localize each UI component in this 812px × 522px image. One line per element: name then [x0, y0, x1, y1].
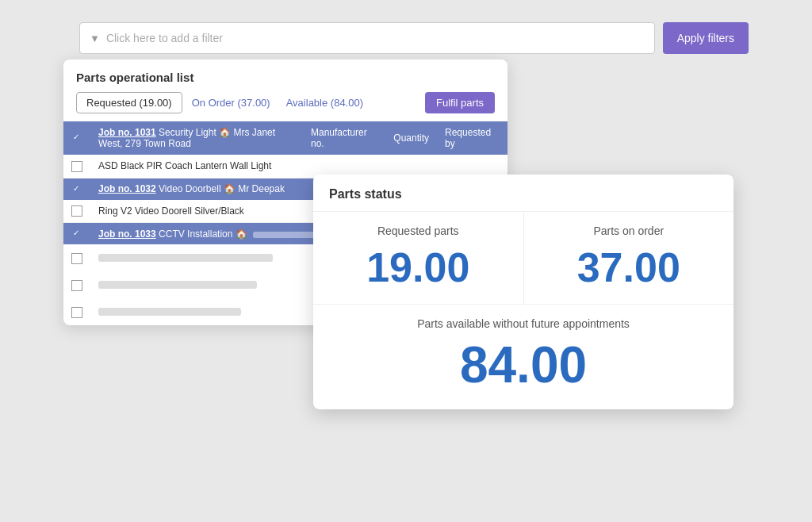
table-header-job1031: Job no. 1031 Security Light 🏠 Mrs Janet … [63, 121, 508, 155]
available-parts-label: Parts available without future appointme… [329, 317, 718, 330]
requested-parts-value: 19.00 [329, 247, 508, 288]
filter-icon: ▼ [90, 33, 100, 44]
tab-requested[interactable]: Requested (19.00) [76, 92, 182, 113]
tab-on-order[interactable]: On Order (37.00) [186, 93, 277, 113]
checkbox-job1033[interactable] [71, 228, 82, 240]
apply-filters-button[interactable]: Apply filters [663, 22, 749, 54]
status-panel-title: Parts status [313, 175, 733, 211]
available-parts-section: Parts available without future appointme… [313, 304, 733, 409]
filter-placeholder: Click here to add a filter [106, 32, 223, 44]
status-top-row: Requested parts 19.00 Parts on order 37.… [313, 211, 733, 304]
available-parts-value: 84.00 [329, 340, 718, 390]
fulfil-parts-button[interactable]: Fulfil parts [425, 92, 495, 113]
checkbox-placeholder1[interactable] [71, 253, 82, 264]
checkbox-job1032[interactable] [71, 184, 82, 195]
tabs-row: Requested (19.00) On Order (37.00) Avail… [63, 92, 508, 121]
checkbox-item2[interactable] [71, 205, 82, 217]
job-1032-link[interactable]: Job no. 1032 [98, 183, 156, 194]
requested-parts-cell: Requested parts 19.00 [313, 212, 524, 304]
checkbox-placeholder3[interactable] [71, 307, 82, 318]
filter-input[interactable]: ▼ Click here to add a filter [79, 22, 655, 54]
filter-bar: ▼ Click here to add a filter Apply filte… [79, 22, 749, 54]
tab-available[interactable]: Available (84.00) [280, 93, 370, 113]
checkbox-item1[interactable] [71, 161, 82, 172]
job-1031-link[interactable]: Job no. 1031 [98, 127, 156, 138]
panel-title: Parts operational list [63, 59, 508, 92]
checkbox-placeholder2[interactable] [71, 280, 82, 291]
parts-status-panel: Parts status Requested parts 19.00 Parts… [313, 175, 733, 409]
checkbox-job1031[interactable] [71, 132, 82, 144]
job-1033-link[interactable]: Job no. 1033 [98, 228, 156, 240]
requested-parts-label: Requested parts [329, 225, 508, 237]
on-order-label: Parts on order [540, 225, 718, 237]
on-order-cell: Parts on order 37.00 [524, 212, 734, 304]
on-order-value: 37.00 [540, 247, 718, 288]
